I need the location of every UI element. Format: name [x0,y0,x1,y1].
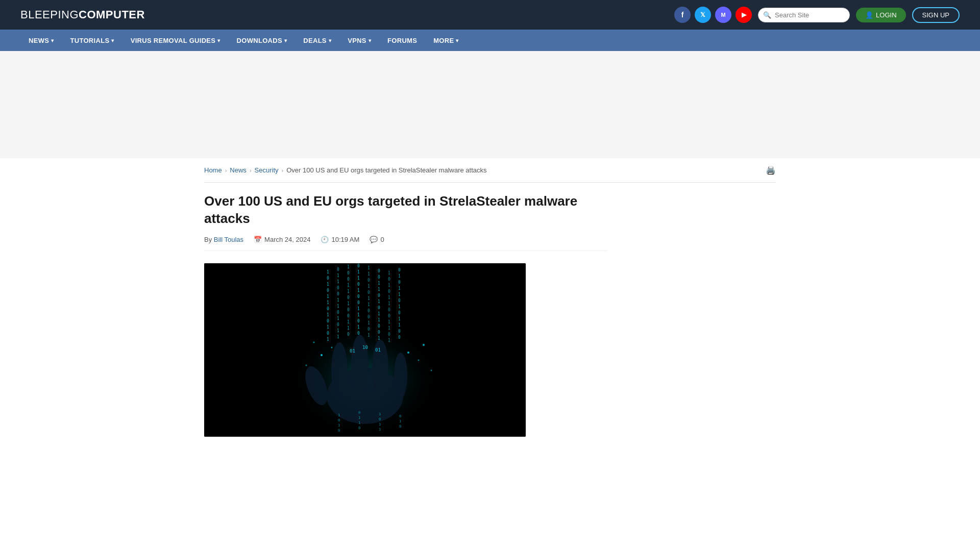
signup-button[interactable]: SIGN UP [912,7,960,23]
svg-text:1: 1 [388,295,390,300]
svg-text:0: 0 [378,269,380,273]
nav-item-vpns[interactable]: VPNS▾ [339,30,379,51]
svg-text:1: 1 [368,303,370,307]
svg-text:1: 1 [368,321,370,325]
nav-item-forums[interactable]: FORUMS [379,30,425,51]
breadcrumb-home[interactable]: Home [204,166,222,174]
nav-item-news[interactable]: NEWS▾ [20,30,62,51]
print-icon: 🖨️ [766,166,776,174]
print-button[interactable]: 🖨️ [766,165,776,175]
svg-text:1: 1 [327,300,329,305]
svg-text:0: 0 [337,322,339,327]
author-link[interactable]: Bill Toulas [214,236,243,243]
svg-text:0: 0 [347,277,350,282]
svg-text:1: 1 [378,336,380,341]
svg-text:1: 1 [337,304,339,309]
breadcrumb-news[interactable]: News [230,166,247,174]
svg-text:0: 0 [388,308,390,312]
breadcrumb-separator: › [250,167,252,173]
svg-text:0: 0 [347,332,350,337]
breadcrumb-security[interactable]: Security [255,166,279,174]
svg-text:10: 10 [362,345,368,350]
nav-item-deals[interactable]: DEALS▾ [295,30,339,51]
social-icons: f 𝕏 M ▶ [674,7,752,23]
svg-text:0: 0 [357,319,360,323]
publish-time: 🕙 10:19 AM [321,236,359,243]
svg-text:1: 1 [378,287,380,292]
facebook-icon[interactable]: f [674,7,691,23]
svg-text:1: 1 [378,281,380,286]
twitter-icon[interactable]: 𝕏 [695,7,711,23]
svg-text:0: 0 [358,426,360,430]
svg-text:1: 1 [337,298,339,303]
svg-text:0: 0 [338,418,340,422]
svg-text:1: 1 [398,274,401,279]
svg-text:1: 1 [337,273,339,278]
svg-text:0: 0 [327,319,329,323]
search-bar: 🔍 [758,8,850,22]
youtube-icon[interactable]: ▶ [736,7,752,23]
svg-text:0: 0 [337,310,339,315]
svg-text:1: 1 [368,266,370,270]
main-nav: NEWS▾ TUTORIALS▾ VIRUS REMOVAL GUIDES▾ D… [0,30,980,51]
svg-text:0: 0 [378,293,380,298]
comment-icon: 💬 [370,236,378,243]
search-icon: 🔍 [763,11,771,19]
svg-text:0: 0 [337,292,339,296]
site-header: BLEEPINGCOMPUTER f 𝕏 M ▶ 🔍 👤 LOGIN SIGN … [0,0,980,30]
svg-text:0: 0 [368,327,370,332]
svg-text:1: 1 [337,316,339,321]
svg-point-4 [331,342,348,398]
login-button[interactable]: 👤 LOGIN [856,8,905,22]
svg-text:0: 0 [378,275,380,280]
svg-text:0: 0 [347,314,350,318]
svg-text:1: 1 [327,282,329,287]
svg-text:0: 0 [357,294,360,299]
svg-text:1: 1 [347,283,350,288]
svg-text:1: 1 [327,337,329,342]
article-meta: By Bill Toulas 📅 March 24, 2024 🕙 10:19 … [204,236,607,251]
nav-item-virus-removal[interactable]: VIRUS REMOVAL GUIDES▾ [122,30,229,51]
clock-icon: 🕙 [321,236,329,243]
nav-item-downloads[interactable]: DOWNLOADS▾ [229,30,296,51]
breadcrumb-row: Home › News › Security › Over 100 US and… [204,158,776,183]
svg-text:1: 1 [337,329,339,333]
svg-point-120 [331,346,333,348]
svg-text:1: 1 [398,317,401,321]
svg-text:0: 0 [338,429,340,433]
nav-item-tutorials[interactable]: TUTORIALS▾ [62,30,122,51]
svg-text:1: 1 [379,412,381,416]
svg-text:1: 1 [327,313,329,317]
svg-text:1: 1 [327,294,329,299]
comment-count[interactable]: 💬 0 [370,236,384,243]
svg-text:1: 1 [388,338,390,343]
svg-point-124 [423,344,425,346]
svg-point-125 [313,341,315,343]
svg-text:0: 0 [368,278,370,283]
svg-text:01: 01 [350,348,355,354]
svg-point-121 [407,352,409,354]
logo-regular: BLEEPING [20,8,79,21]
svg-text:1: 1 [398,286,401,291]
content-layout: Over 100 US and EU orgs targeted in Stre… [204,193,776,437]
nav-item-more[interactable]: MORE▾ [425,30,467,51]
svg-text:0: 0 [398,329,401,334]
svg-text:1: 1 [388,271,390,276]
mastodon-icon[interactable]: M [715,7,731,23]
svg-point-5 [351,335,369,396]
site-logo[interactable]: BLEEPINGCOMPUTER [20,8,145,21]
svg-text:0: 0 [398,335,401,340]
login-label: LOGIN [876,11,896,19]
svg-text:1: 1 [327,325,329,330]
svg-text:0: 0 [378,306,380,310]
svg-text:0: 0 [327,331,329,336]
svg-text:1: 1 [398,305,401,309]
svg-text:1: 1 [368,333,370,338]
chevron-down-icon: ▾ [456,38,458,43]
svg-text:1: 1 [379,428,381,432]
search-input[interactable] [758,8,850,22]
svg-point-123 [306,364,307,366]
breadcrumb-current: Over 100 US and EU orgs targeted in Stre… [286,166,486,174]
svg-text:0: 0 [388,277,390,282]
chevron-down-icon: ▾ [329,38,331,43]
